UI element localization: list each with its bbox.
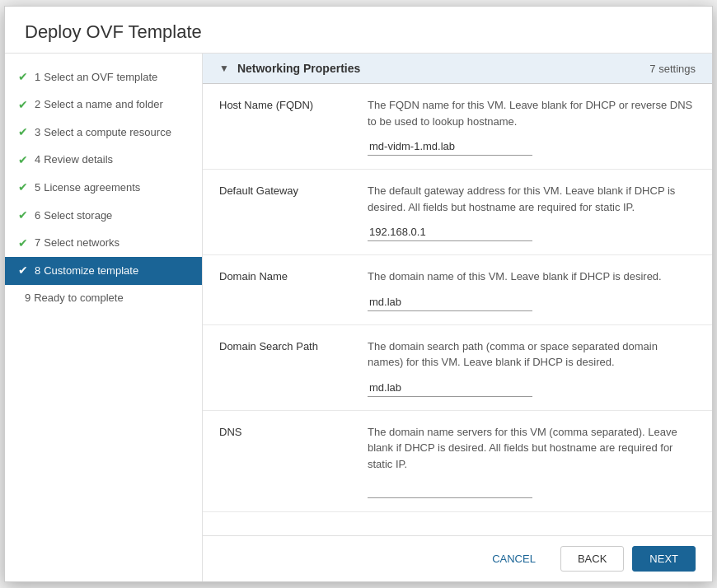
property-details-domain-search-path: The domain search path (comma or space s…: [368, 338, 696, 397]
step-number-step2: 2: [35, 97, 40, 112]
sidebar-item-step8[interactable]: ✔8 Customize template: [5, 257, 202, 285]
step-number-step8: 8: [35, 264, 40, 278]
step-number-step1: 1: [35, 70, 40, 85]
sidebar-item-label-step6: Select storage: [44, 208, 112, 223]
sidebar-item-step7[interactable]: ✔7 Select networks: [5, 230, 202, 258]
check-icon-step2: ✔: [18, 97, 28, 114]
section-count: 7 settings: [649, 63, 696, 75]
properties-container: Host Name (FQDN)The FQDN name for this V…: [203, 84, 712, 512]
step-number-step3: 3: [35, 125, 40, 140]
section-title: Networking Properties: [237, 62, 649, 75]
property-row-default-gateway: Default GatewayThe default gateway addre…: [203, 170, 712, 255]
step-number-step7: 7: [35, 236, 40, 250]
sidebar-item-label-step7: Select networks: [44, 236, 120, 250]
deploy-ovf-dialog: Deploy OVF Template ✔1 Select an OVF tem…: [4, 6, 713, 582]
check-icon-step3: ✔: [18, 124, 28, 141]
property-label-domain-name: Domain Name: [219, 268, 368, 282]
step-number-step4: 4: [35, 152, 40, 167]
sidebar-item-label-step2: Select a name and folder: [44, 97, 163, 112]
property-label-domain-search-path: Domain Search Path: [219, 338, 368, 352]
sidebar-item-label-step5: License agreements: [44, 180, 140, 195]
property-description-default-gateway: The default gateway address for this VM.…: [368, 183, 696, 215]
property-details-default-gateway: The default gateway address for this VM.…: [368, 183, 696, 241]
sidebar-item-label-step4: Review details: [44, 152, 113, 167]
property-input-host-name[interactable]: [368, 138, 532, 156]
property-label-default-gateway: Default Gateway: [219, 183, 368, 197]
section-chevron-icon: ▼: [219, 63, 229, 74]
property-label-dns: DNS: [219, 424, 368, 438]
check-icon-step5: ✔: [18, 180, 28, 196]
property-details-host-name: The FQDN name for this VM. Leave blank f…: [368, 97, 696, 156]
cancel-button[interactable]: CANCEL: [476, 547, 552, 571]
next-button[interactable]: NEXT: [632, 546, 696, 572]
property-description-domain-name: The domain name of this VM. Leave blank …: [368, 268, 696, 285]
property-row-dns: DNSThe domain name servers for this VM (…: [203, 411, 712, 513]
property-description-host-name: The FQDN name for this VM. Leave blank f…: [368, 97, 696, 129]
property-input-domain-search-path[interactable]: [368, 379, 532, 397]
property-details-domain-name: The domain name of this VM. Leave blank …: [368, 268, 696, 311]
sidebar-item-step5[interactable]: ✔5 License agreements: [5, 174, 202, 202]
property-row-domain-search-path: Domain Search PathThe domain search path…: [203, 325, 712, 411]
property-row-host-name: Host Name (FQDN)The FQDN name for this V…: [203, 84, 712, 170]
section-header[interactable]: ▼ Networking Properties 7 settings: [203, 54, 712, 84]
check-icon-step4: ✔: [18, 152, 28, 169]
property-details-dns: The domain name servers for this VM (com…: [368, 424, 696, 499]
property-description-domain-search-path: The domain search path (comma or space s…: [368, 338, 696, 371]
check-icon-step6: ✔: [18, 208, 28, 224]
property-description-dns: The domain name servers for this VM (com…: [368, 424, 696, 473]
sidebar-item-label-step3: Select a compute resource: [44, 125, 171, 140]
check-icon-step8: ✔: [18, 263, 28, 279]
sidebar: ✔1 Select an OVF template✔2 Select a nam…: [5, 54, 203, 581]
sidebar-item-step1[interactable]: ✔1 Select an OVF template: [5, 63, 202, 91]
step-number-step9: 9: [25, 291, 30, 306]
dialog-footer: CANCEL BACK NEXT: [203, 535, 712, 581]
property-input-domain-name[interactable]: [368, 293, 532, 311]
property-input-default-gateway[interactable]: [368, 223, 532, 241]
dialog-title: Deploy OVF Template: [5, 7, 712, 54]
sidebar-item-label-step9: Ready to complete: [34, 291, 123, 306]
main-content: ▼ Networking Properties 7 settings Host …: [203, 54, 712, 581]
content-area[interactable]: ▼ Networking Properties 7 settings Host …: [203, 54, 712, 535]
sidebar-item-label-step1: Select an OVF template: [44, 70, 157, 85]
step-number-step5: 5: [35, 180, 40, 195]
sidebar-item-step9[interactable]: 9 Ready to complete: [5, 285, 202, 311]
back-button[interactable]: BACK: [560, 546, 624, 572]
sidebar-item-step4[interactable]: ✔4 Review details: [5, 147, 202, 175]
sidebar-item-step3[interactable]: ✔3 Select a compute resource: [5, 119, 202, 147]
step-number-step6: 6: [35, 208, 40, 223]
property-label-host-name: Host Name (FQDN): [219, 97, 368, 111]
property-row-domain-name: Domain NameThe domain name of this VM. L…: [203, 255, 712, 325]
dialog-body: ✔1 Select an OVF template✔2 Select a nam…: [5, 54, 712, 581]
sidebar-item-step2[interactable]: ✔2 Select a name and folder: [5, 91, 202, 119]
sidebar-item-label-step8: Customize template: [44, 264, 138, 278]
sidebar-item-step6[interactable]: ✔6 Select storage: [5, 202, 202, 230]
check-icon-step7: ✔: [18, 236, 28, 252]
check-icon-step1: ✔: [18, 69, 28, 86]
property-input-dns[interactable]: [368, 480, 532, 498]
